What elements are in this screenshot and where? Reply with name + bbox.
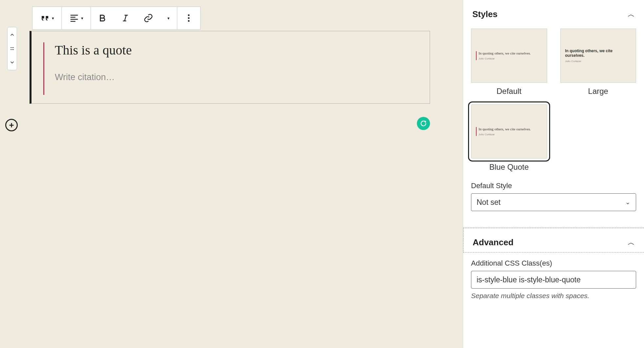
quote-text[interactable]: This is a quote [55,42,418,58]
style-label: Default [471,87,547,96]
preview-text: In quoting others, we cite ourselves. [479,51,542,55]
more-vertical-icon [184,13,194,23]
settings-sidebar: Styles ︿ In quoting others, we cite ours… [463,0,644,348]
bold-button[interactable] [91,7,114,29]
svg-point-2 [13,47,14,48]
svg-point-3 [11,49,11,50]
quote-citation-placeholder[interactable]: Write citation… [55,72,418,82]
advanced-panel-title: Advanced [473,237,513,248]
style-preview: In quoting others, we cite ourselves. Ju… [471,29,547,83]
css-help-text: Separate multiple classes with spaces. [471,292,636,300]
bold-icon [97,13,107,23]
grammarly-icon [420,120,427,127]
caret-down-icon: ▾ [81,16,83,21]
style-preview: In quoting others, we cite ourselves. Ju… [560,29,636,83]
svg-point-7 [188,17,190,19]
preview-author: Julio Cortázar [479,57,542,60]
quote-icon [40,13,50,23]
block-type-button[interactable]: ▾ [32,7,61,29]
style-option-blue-quote[interactable]: In quoting others, we cite ourselves. Ju… [471,104,547,172]
advanced-panel-body: Additional CSS Class(es) Separate multip… [463,252,644,310]
svg-point-5 [13,49,14,50]
preview-text: In quoting others, we cite ourselves. [565,49,632,58]
block-inserter-button[interactable]: + [5,119,18,131]
svg-point-6 [188,14,190,16]
drag-icon [9,46,15,52]
move-down-button[interactable] [8,55,17,69]
more-options-button[interactable] [177,7,200,29]
link-icon [143,13,153,23]
align-left-icon [69,13,79,23]
advanced-panel-toggle[interactable]: Advanced ︿ [463,228,644,252]
default-style-select[interactable]: Not set [471,193,636,211]
svg-point-4 [12,49,12,50]
svg-point-0 [11,47,11,48]
caret-down-icon: ▾ [52,16,54,21]
svg-point-1 [12,47,12,48]
preview-text: In quoting others, we cite ourselves. [479,127,542,131]
italic-icon [120,13,130,23]
plus-icon: + [9,120,14,130]
drag-handle[interactable] [9,42,15,55]
style-preview: In quoting others, we cite ourselves. Ju… [471,104,547,159]
advanced-panel: Advanced ︿ [463,228,644,252]
quote-inner: This is a quote Write citation… [43,42,418,95]
grammarly-button[interactable] [417,117,430,130]
chevron-down-icon [9,59,15,65]
style-label: Blue Quote [471,163,547,172]
move-up-button[interactable] [8,28,17,42]
more-formatting-button[interactable]: ▾ [160,7,177,29]
svg-point-8 [188,20,190,22]
chevron-up-icon [9,32,15,38]
preview-author: Julio Cortázar [565,60,632,63]
italic-button[interactable] [114,7,137,29]
style-label: Large [560,87,636,96]
block-toolbar: ▾ ▾ ▾ [32,7,201,30]
styles-panel-body: In quoting others, we cite ourselves. Ju… [463,24,644,221]
styles-panel-toggle[interactable]: Styles ︿ [463,0,644,24]
styles-panel-title: Styles [472,9,498,19]
css-classes-label: Additional CSS Class(es) [471,259,636,268]
editor-canvas: ▾ ▾ ▾ [0,0,463,348]
style-option-default[interactable]: In quoting others, we cite ourselves. Ju… [471,29,547,96]
chevron-up-icon: ︿ [628,238,635,248]
align-button[interactable]: ▾ [62,7,91,29]
css-classes-input[interactable] [471,271,636,289]
chevron-up-icon: ︿ [628,10,635,19]
default-style-label: Default Style [471,182,636,190]
caret-down-icon: ▾ [167,16,170,21]
link-button[interactable] [137,7,160,29]
style-option-large[interactable]: In quoting others, we cite ourselves. Ju… [560,29,636,96]
preview-author: Julio Cortázar [479,133,542,136]
quote-block[interactable]: This is a quote Write citation… [30,31,430,104]
block-mover [7,27,17,70]
